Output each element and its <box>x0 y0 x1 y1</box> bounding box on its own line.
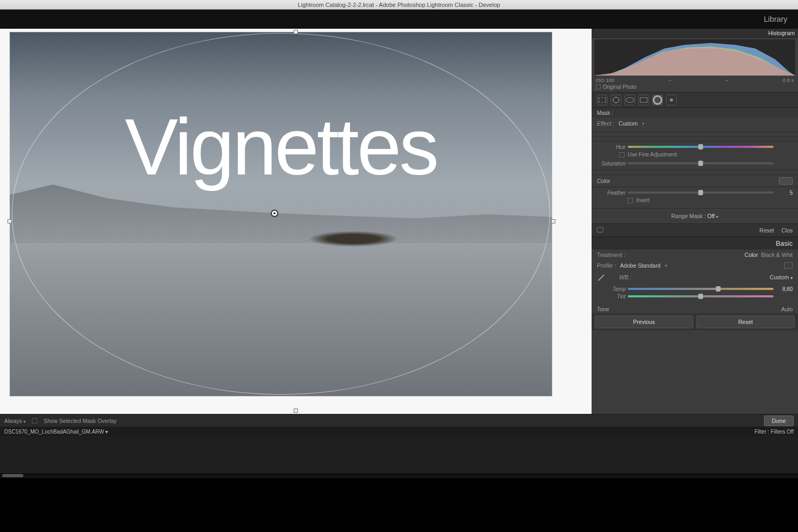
chevron-down-icon[interactable]: ▾ <box>642 121 644 126</box>
module-picker: Library <box>0 10 798 29</box>
auto-tone-button[interactable]: Auto <box>781 306 793 312</box>
treatment-row: Treatment : Color Black & Whit <box>592 250 798 260</box>
handle-bottom[interactable] <box>294 409 298 413</box>
done-button[interactable]: Done <box>764 415 794 426</box>
handle-top[interactable] <box>294 30 298 34</box>
fine-adjustment-checkbox[interactable]: Use Fine Adjustment <box>597 151 793 160</box>
filmstrip[interactable] <box>0 436 798 473</box>
filter-label: Filter : <box>754 429 769 435</box>
effect-row[interactable]: Effect : Custom ▾ <box>597 119 793 129</box>
chevron-down-icon[interactable]: ▾ <box>665 263 667 268</box>
previous-button[interactable]: Previous <box>595 315 693 328</box>
overlay-text: Vignettes <box>125 101 437 193</box>
mask-mode-row: Mask : <box>592 108 798 118</box>
develop-right-panel: Histogram ISO 100––0.8 s Original Photo … <box>592 29 798 414</box>
mask-label: Mask : <box>597 110 613 116</box>
handle-left[interactable] <box>7 219 12 223</box>
local-adjustment-toolstrip <box>592 92 798 108</box>
switch-icon[interactable] <box>597 227 603 232</box>
filmstrip-header: DSC1670_MO_LochBadAGhail_GM.ARW ▾ Filter… <box>0 427 798 436</box>
brush-tool-icon[interactable] <box>666 95 677 105</box>
invert-checkbox[interactable]: Invert <box>597 196 793 205</box>
graduated-tool-icon[interactable] <box>638 95 649 105</box>
radial-tool-icon[interactable] <box>652 95 663 105</box>
feather-slider[interactable]: Feather 5 <box>597 189 793 196</box>
radial-center-pin[interactable] <box>271 210 278 217</box>
basic-tint-slider[interactable]: Tint <box>597 293 793 300</box>
loupe-view[interactable]: Vignettes <box>0 29 592 414</box>
original-photo-toggle[interactable]: Original Photo <box>592 83 798 92</box>
color-swatch-row[interactable]: Color <box>592 174 798 187</box>
module-tab-library[interactable]: Library <box>760 15 792 23</box>
wb-row: WB : Custom ▾ <box>592 271 798 284</box>
filmstrip-scrollbar[interactable] <box>0 474 798 478</box>
window-title: Lightroom Catalog-2-2-2.lrcat - Adobe Ph… <box>0 0 798 10</box>
reset-button[interactable]: Reset <box>696 315 795 328</box>
spot-tool-icon[interactable] <box>611 95 621 105</box>
close-link[interactable]: Clos <box>782 227 793 234</box>
handle-right[interactable] <box>551 219 555 223</box>
histogram-header[interactable]: Histogram <box>592 29 798 38</box>
previous-reset-row: Previous Reset <box>592 313 798 330</box>
reset-link[interactable]: Reset <box>760 227 774 234</box>
chevron-down-icon[interactable]: ▾ <box>716 214 718 219</box>
show-overlay-label: Show Selected Mask Overlay <box>44 418 117 424</box>
tone-row: Tone Auto <box>592 303 798 313</box>
saturation-slider[interactable]: Saturation <box>597 160 793 167</box>
profile-row[interactable]: Profile : Adobe Standard ▾ <box>592 260 798 271</box>
filter-dropdown[interactable]: Filters Off <box>771 429 794 435</box>
basic-temp-slider[interactable]: Temp 8,80 <box>597 285 793 293</box>
profile-browser-icon[interactable] <box>784 262 793 269</box>
treatment-color[interactable]: Color <box>745 252 758 258</box>
color-swatch[interactable] <box>779 177 793 185</box>
hue-slider[interactable]: Hue <box>597 143 793 151</box>
range-mask-row[interactable]: Range Mask : Off ▾ <box>592 208 798 223</box>
basic-panel-header[interactable]: Basic <box>592 237 798 250</box>
current-filename: DSC1670_MO_LochBadAGhail_GM.ARW ▾ <box>4 429 108 435</box>
overlay-mode-dropdown[interactable]: Always ▾ <box>4 418 26 424</box>
chevron-down-icon[interactable]: ▾ <box>791 276 793 280</box>
crop-tool-icon[interactable] <box>597 95 608 105</box>
histogram[interactable] <box>594 39 796 76</box>
eyedropper-icon[interactable] <box>597 273 605 281</box>
redeye-tool-icon[interactable] <box>625 95 635 105</box>
treatment-bw[interactable]: Black & Whit <box>761 252 793 258</box>
photo-preview: Vignettes <box>10 32 552 396</box>
mask-reset-row: Reset Clos <box>592 223 798 237</box>
loupe-toolbar: Always ▾ Show Selected Mask Overlay Done <box>0 414 798 427</box>
histogram-info: ISO 100––0.8 s <box>592 76 798 83</box>
show-overlay-checkbox[interactable] <box>32 418 37 423</box>
